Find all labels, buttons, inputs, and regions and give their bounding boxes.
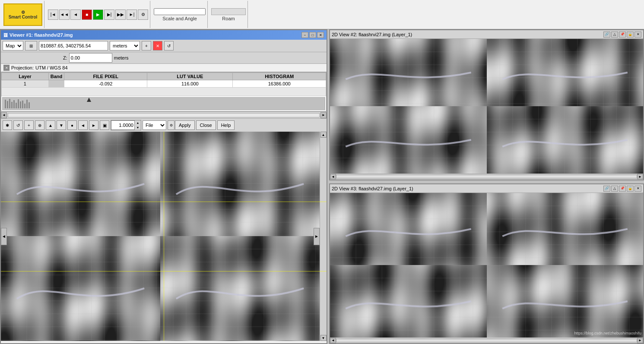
view2d-2-lock-button[interactable]: 🔒 (627, 32, 634, 38)
map-dropdown[interactable]: Map (3, 41, 23, 50)
projection-bar: ✕ Projection: UTM / WGS 84 (1, 64, 327, 72)
views-panel: 2D View #2: flaashrvi27.img (Layer_1) 🔗 … (329, 29, 644, 344)
view2d-3-pin-button[interactable]: 📌 (619, 186, 626, 192)
scroll-down-arrow[interactable]: ▼ (320, 335, 327, 341)
help-button[interactable]: Help (217, 120, 235, 130)
arrow-right-button[interactable]: ► (89, 120, 98, 130)
histogram-display (2, 97, 325, 110)
coordinate-input[interactable] (39, 41, 108, 50)
save-button[interactable]: ▣ (100, 120, 109, 130)
zoom-input[interactable] (111, 120, 135, 130)
arrow-refresh-button[interactable]: ↺ (13, 120, 23, 130)
scale-slider[interactable] (154, 8, 206, 15)
smart-control-icon: ⚙ (21, 10, 25, 15)
v3-sat-tile-4 (487, 265, 644, 337)
view2d-3-scroll-right[interactable]: ► (637, 338, 643, 343)
scroll-right-button[interactable]: ► (320, 112, 327, 118)
zoom-up-button[interactable]: ▲ (135, 120, 141, 125)
play-button[interactable]: ▶ (93, 9, 103, 20)
satellite-grid (1, 132, 320, 341)
arrow-left-button[interactable]: ◄ (78, 120, 88, 130)
view2d-3-lock-button[interactable]: 🔒 (627, 186, 634, 192)
image-left-arrow[interactable]: ◄ (1, 228, 7, 245)
rewind-button[interactable]: |◄ (48, 9, 58, 20)
stop-button[interactable]: ■ (82, 9, 92, 20)
coord-cancel-button[interactable]: ✕ (153, 41, 162, 50)
cell-band (48, 80, 64, 88)
next-button[interactable]: ▶| (104, 9, 114, 20)
svg-rect-7 (18, 99, 19, 108)
scroll-up-arrow[interactable]: ▲ (320, 132, 327, 138)
fast-forward-button[interactable]: ▶▶ (115, 9, 126, 20)
view2d-3-scroll-track[interactable] (336, 339, 637, 342)
grid-view-button[interactable]: ⊞ (25, 41, 37, 50)
viewer1-image-area[interactable]: ▲ ▼ ◄ ► (1, 132, 327, 341)
view2d-2-pin-button[interactable]: 📌 (619, 32, 626, 38)
pixel-h-scrollbar[interactable]: ◄ ► (1, 111, 327, 118)
viewer1-maximize-button[interactable]: □ (309, 32, 316, 38)
view2d-2-zoom-button[interactable]: △ (611, 32, 618, 38)
viewer1-minimize-button[interactable]: − (301, 32, 308, 38)
v2-sat-tile-4 (487, 106, 644, 174)
sat-tile-3 (1, 236, 160, 341)
view2d-2-title: 2D View #2: flaashrvi27.img (Layer_1) (332, 32, 412, 37)
settings-button[interactable]: ⚙ (138, 9, 148, 20)
asterisk-button[interactable]: ✱ (3, 120, 12, 130)
view2d-2-close-button[interactable]: ✕ (634, 32, 641, 38)
coord-go-button[interactable]: + (142, 41, 151, 50)
pixel-table: Layer Band FILE PIXEL LUT VALUE HISTOGRA… (1, 73, 326, 96)
view2d-2-controls: 🔗 △ 📌 🔒 ✕ (603, 32, 641, 38)
prev-button[interactable]: ◄ (70, 9, 81, 20)
view2d-2-scrollbar[interactable]: ◄ ► (330, 174, 643, 180)
col-histogram: HISTOGRAM (233, 73, 326, 80)
image-right-arrow[interactable]: ► (314, 228, 320, 245)
viewer1-close-button[interactable]: ✕ (317, 32, 324, 38)
v-scrollbar[interactable]: ▲ ▼ (320, 132, 327, 341)
apply-left-icon[interactable]: ⚙ (168, 120, 174, 130)
coord-refresh-button[interactable]: ↺ (164, 41, 174, 50)
view2d-3-link-button[interactable]: 🔗 (603, 186, 610, 192)
view2d-2-link-button[interactable]: 🔗 (603, 32, 610, 38)
z-input[interactable] (69, 53, 112, 63)
crosshair-button[interactable]: ⊕ (35, 120, 44, 130)
sat-tile-2 (160, 132, 320, 236)
svg-rect-9 (22, 101, 23, 108)
proj-toggle-button[interactable]: ✕ (3, 65, 10, 71)
units-dropdown[interactable]: meters (110, 41, 140, 50)
view2d-3-scrollbar[interactable]: ◄ ► (330, 337, 643, 343)
file-dropdown[interactable]: File (143, 120, 166, 130)
last-button[interactable]: ►| (127, 9, 137, 20)
view2d-2-scroll-track[interactable] (336, 175, 637, 178)
watermark: https://blog.csdn.net/zhebushimaoshifu (574, 331, 641, 335)
v2-sat-tile-1 (330, 39, 487, 106)
apply-button[interactable]: Apply (175, 120, 195, 130)
triangle-down-button[interactable]: ▼ (57, 120, 66, 130)
view2d-3-grid: https://blog.csdn.net/zhebushimaoshifu (330, 193, 643, 337)
view2d-3-title: 2D View #3: flaashdvi27.img (Layer_1) (332, 186, 413, 191)
scroll-left-button[interactable]: ◄ (1, 112, 7, 118)
scale-angle-section: Scale and Angle (152, 1, 208, 28)
svg-rect-12 (29, 102, 30, 108)
viewer1-toolbar: Map ⊞ meters + ✕ ↺ (1, 40, 327, 52)
smart-control-button[interactable]: ⚙ Smart Control (3, 3, 42, 26)
circle-button[interactable]: ● (67, 120, 77, 130)
view2d-2-grid (330, 39, 643, 174)
view2d-3-zoom-button[interactable]: △ (611, 186, 618, 192)
view2d-3-close-button[interactable]: ✕ (634, 186, 641, 192)
triangle-up-button[interactable]: ▲ (46, 120, 55, 130)
plus-button[interactable]: + (24, 120, 34, 130)
viewer1-icon: 🖼 (3, 33, 8, 38)
cell-lut-value: 116.000 (147, 80, 233, 88)
scroll-track[interactable] (8, 113, 320, 117)
close-button[interactable]: Close (196, 120, 216, 130)
svg-rect-11 (26, 100, 28, 108)
step-back-button[interactable]: ◄◄ (59, 9, 70, 20)
sat-tile-1 (1, 132, 160, 236)
scale-angle-label: Scale and Angle (161, 16, 199, 21)
view2d-3-scroll-left[interactable]: ◄ (330, 338, 336, 343)
view2d-2-scroll-left[interactable]: ◄ (330, 174, 336, 179)
view2d-2-scroll-right[interactable]: ► (637, 174, 643, 179)
zoom-spinbox: ▲ ▼ (111, 120, 141, 130)
svg-rect-2 (7, 101, 8, 108)
zoom-down-button[interactable]: ▼ (135, 125, 141, 130)
